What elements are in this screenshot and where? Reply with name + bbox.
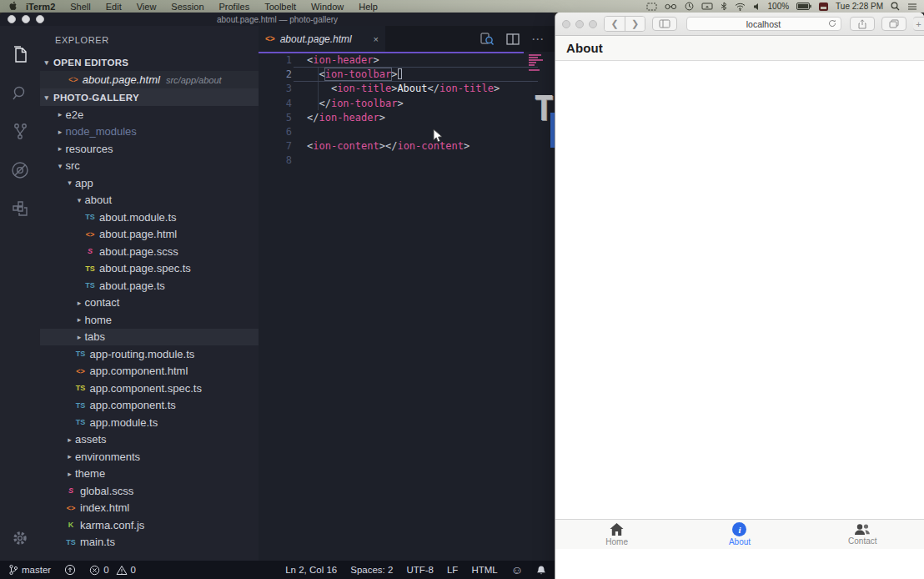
wifi-icon[interactable] [735, 3, 746, 11]
reload-button[interactable] [828, 19, 836, 29]
code-line-8[interactable]: 8 [259, 154, 555, 168]
open-editor-item[interactable]: <> about.page.html src/app/about [40, 71, 259, 88]
code-line-6[interactable]: 6 [259, 125, 555, 139]
close-tab-icon[interactable]: × [374, 34, 379, 44]
volume-icon[interactable] [753, 3, 761, 11]
cursor-position-status[interactable]: Ln 2, Col 16 [279, 565, 344, 575]
tree-item-home[interactable]: ▸home [40, 311, 259, 329]
zoom-window-button[interactable] [36, 15, 44, 23]
tree-item-app-component-spec-ts[interactable]: TSapp.component.spec.ts [40, 380, 259, 397]
menu-item-profiles[interactable]: Profiles [212, 2, 258, 12]
git-branch-status[interactable]: master [8, 564, 58, 576]
tree-item-app-routing-module-ts[interactable]: TSapp-routing.module.ts [40, 345, 259, 363]
tree-item-about-module-ts[interactable]: TSabout.module.ts [40, 209, 259, 226]
tree-item-about-page-ts[interactable]: TSabout.page.ts [40, 277, 259, 295]
tree-item-global-scss[interactable]: Sglobal.scss [40, 482, 259, 500]
menu-item-iterm2[interactable]: iTerm2 [18, 2, 63, 12]
battery-icon[interactable] [796, 3, 811, 10]
minimize-window-button[interactable] [575, 20, 584, 28]
more-actions-icon[interactable]: ⋯ [531, 32, 545, 47]
search-activity-button[interactable] [0, 74, 40, 113]
manage-button[interactable] [0, 519, 40, 557]
tree-item-main-ts[interactable]: TSmain.ts [40, 534, 259, 551]
tree-item-index-html[interactable]: <>index.html [40, 500, 259, 517]
close-window-button[interactable] [8, 15, 16, 23]
code-line-4[interactable]: 4 </ion-toolbar> [259, 97, 555, 111]
minimize-window-button[interactable] [22, 15, 30, 23]
encoding-status[interactable]: UTF-8 [399, 565, 440, 575]
code-line-1[interactable]: 1<ion-header> [259, 53, 555, 68]
tree-item-tabs[interactable]: ▸tabs [40, 329, 259, 346]
code-line-3[interactable]: 3 <ion-title>About</ion-title> [259, 82, 555, 96]
sidebar-toggle-button[interactable] [652, 17, 677, 31]
split-editor-icon[interactable] [506, 33, 520, 45]
extensions-activity-button[interactable] [0, 189, 40, 228]
open-editors-header[interactable]: ▾ OPEN EDITORS [40, 53, 259, 71]
tab-overview-button[interactable] [881, 17, 906, 31]
menubar-clock[interactable]: Tue 2:28 PM [836, 2, 883, 11]
tree-item-environments[interactable]: ▸environments [40, 448, 259, 466]
source-control-activity-button[interactable] [0, 113, 40, 151]
editor-tab-about-page-html[interactable]: <> about.page.html × [259, 26, 385, 52]
apple-menu[interactable] [7, 2, 18, 11]
tree-item-assets[interactable]: ▸assets [40, 431, 259, 449]
tree-item-about-page-spec-ts[interactable]: TSabout.page.spec.ts [40, 260, 259, 278]
menu-item-help[interactable]: Help [351, 2, 385, 12]
eol-status[interactable]: LF [440, 565, 465, 575]
code-area[interactable]: 1<ion-header>2 <ion-toolbar>3 <ion-title… [259, 52, 555, 561]
ion-tab-about[interactable]: iAbout [678, 520, 801, 549]
code-line-7[interactable]: 7<ion-content></ion-content> [259, 139, 555, 154]
problems-status[interactable]: 0 0 [83, 565, 143, 576]
bluetooth-icon[interactable] [721, 2, 727, 11]
tree-item-node-modules[interactable]: ▸node_modules [40, 123, 259, 141]
tree-item-app-component-html[interactable]: <>app.component.html [40, 363, 259, 380]
sync-button[interactable] [58, 564, 83, 576]
menu-item-view[interactable]: View [129, 2, 164, 12]
clock-menu-icon[interactable] [685, 2, 694, 11]
tree-item-about-page-scss[interactable]: Sabout.page.scss [40, 243, 259, 260]
close-window-button[interactable] [562, 20, 570, 28]
tree-item-app-module-ts[interactable]: TSapp.module.ts [40, 414, 259, 431]
display-icon[interactable] [701, 3, 713, 11]
app-status-icon[interactable] [819, 3, 828, 11]
tree-item-karma-conf-js[interactable]: Kkarma.conf.js [40, 516, 259, 534]
code-line-5[interactable]: 5</ion-header> [259, 111, 555, 125]
address-bar[interactable]: localhost [686, 17, 841, 31]
project-section-header[interactable]: ▾ PHOTO-GALLERY [40, 88, 259, 106]
code-line-2[interactable]: 2 <ion-toolbar> [259, 68, 555, 82]
glasses-icon[interactable] [665, 3, 677, 10]
new-tab-button[interactable]: + [913, 17, 924, 31]
tree-item-src[interactable]: ▾src [40, 158, 259, 175]
menu-item-shell[interactable]: Shell [63, 2, 98, 12]
tree-item-e2e[interactable]: ▸e2e [40, 106, 259, 123]
tree-item-app-component-ts[interactable]: TSapp.component.ts [40, 397, 259, 415]
forward-button[interactable]: ❯ [625, 17, 645, 31]
menu-item-toolbelt[interactable]: Toolbelt [257, 2, 304, 12]
menu-item-window[interactable]: Window [304, 2, 351, 12]
menu-item-edit[interactable]: Edit [98, 2, 129, 12]
tree-item-about-page-html[interactable]: <>about.page.html [40, 226, 259, 244]
notifications-button[interactable] [530, 565, 546, 576]
share-button[interactable] [850, 17, 875, 31]
vscode-titlebar[interactable]: about.page.html — photo-gallery [0, 13, 555, 26]
notification-center-icon[interactable] [907, 3, 917, 11]
language-mode-status[interactable]: HTML [465, 565, 504, 575]
tree-item-theme[interactable]: ▸theme [40, 466, 259, 483]
menu-item-session[interactable]: Session [163, 2, 211, 12]
explorer-activity-button[interactable] [0, 36, 40, 74]
tree-item-app[interactable]: ▾app [40, 174, 259, 192]
back-button[interactable]: ❮ [605, 17, 625, 31]
indentation-status[interactable]: Spaces: 2 [344, 565, 399, 575]
debug-activity-button[interactable] [0, 151, 40, 189]
ion-tab-home[interactable]: Home [555, 520, 678, 549]
minimap[interactable] [529, 54, 549, 72]
screenshot-icon[interactable] [646, 3, 657, 11]
open-preview-icon[interactable] [480, 33, 495, 46]
tree-item-resources[interactable]: ▸resources [40, 140, 259, 158]
ion-tab-contact[interactable]: Contact [801, 520, 924, 549]
tree-item-contact[interactable]: ▸contact [40, 295, 259, 312]
spotlight-icon[interactable] [891, 2, 900, 11]
zoom-window-button[interactable] [589, 20, 597, 28]
feedback-button[interactable]: ☺ [505, 563, 530, 576]
tree-item-about[interactable]: ▾about [40, 192, 259, 209]
